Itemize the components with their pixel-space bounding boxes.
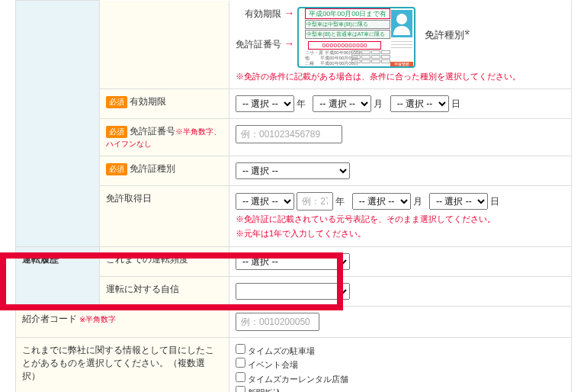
drive-freq-select[interactable]: -- 選択 --	[236, 253, 350, 270]
drive-conf-select[interactable]	[236, 283, 350, 300]
expiry-label: 有効期限	[130, 96, 166, 107]
license-date-note2: ※元年は1年で入力してください。	[236, 228, 565, 239]
license-type-select[interactable]: -- 選択 --	[236, 162, 350, 179]
expiry-year-select[interactable]: -- 選択 --	[236, 95, 294, 112]
license-condition-note: ※免許の条件に記載がある場合は、条件に合った種別を選択してください。	[236, 71, 565, 82]
license-type-label: 免許種別※	[425, 7, 470, 42]
license-no-input[interactable]	[236, 125, 342, 143]
required-badge: 必須	[106, 126, 127, 138]
expiry-day-select[interactable]: -- 選択 --	[390, 95, 449, 112]
seen-info-label: これまでに弊社に関する情報として目にしたことがあるものを選択してください。（複数…	[22, 345, 214, 381]
license-date-note1: ※免許証に記載されている元号表記を、そのまま選択してください。	[236, 214, 565, 225]
license-overlay-labels: 有効期限 → 免許証番号 →	[236, 7, 297, 68]
referral-note: ※半角数字	[79, 315, 116, 323]
license-date-label: 免許取得日	[106, 193, 152, 204]
license-date-day-select[interactable]: -- 選択 --	[429, 193, 488, 210]
expiry-month-select[interactable]: -- 選択 --	[313, 95, 371, 112]
drive-conf-label: 運転に対する自信	[106, 284, 179, 294]
required-badge: 必須	[106, 163, 127, 175]
seen-option-2[interactable]: タイムズカーレンタル店舗	[236, 372, 565, 387]
seen-option-1[interactable]: イベント会場	[236, 358, 565, 372]
referral-label: 紹介者コード	[22, 313, 77, 324]
license-type-field-label: 免許証種別	[130, 163, 175, 174]
seen-option-3[interactable]: 新聞折込	[236, 386, 565, 392]
avatar-icon	[391, 10, 412, 37]
license-date-month-select[interactable]: -- 選択 --	[352, 193, 411, 210]
license-date-era-select[interactable]: -- 選択 --	[236, 193, 294, 210]
driving-history-category: 運転履歴	[22, 254, 59, 265]
license-card-illustration: 平成00年00月00日まで有効 中型車は中型車(8t)に限る 中型車(8t)と普…	[297, 7, 415, 68]
referral-input[interactable]	[236, 313, 319, 331]
license-no-label: 免許証番号	[130, 126, 175, 137]
license-date-year-input[interactable]	[297, 192, 333, 210]
seen-option-0[interactable]: タイムズの駐車場	[236, 344, 565, 358]
drive-freq-label: これまでの運転頻度	[106, 254, 188, 265]
required-badge: 必須	[106, 96, 127, 108]
